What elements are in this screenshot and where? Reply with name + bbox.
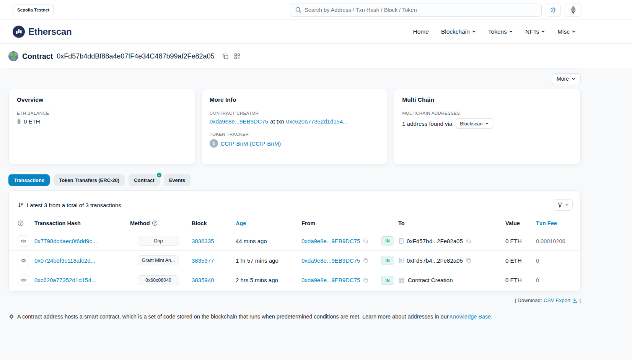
txn-hash-link[interactable]: 0x0724bdf9c118afc2d... [34, 257, 95, 264]
question-circle-icon[interactable] [18, 220, 24, 226]
age-text: 1 hr 57 mins ago [236, 257, 279, 264]
network-badge-button[interactable]: Sepolia Testnet [13, 5, 54, 15]
preview-txn-button[interactable] [18, 235, 29, 247]
footer-note: A contract address hosts a smart contrac… [8, 314, 581, 320]
creation-txn-link[interactable]: 0xc620a77352d1d154... [286, 118, 348, 125]
copy-icon [363, 258, 368, 263]
copy-from-button[interactable] [362, 237, 369, 244]
token-tracker-link[interactable]: CCIP-BnM (CCIP-BnM) [221, 140, 281, 147]
filter-button[interactable] [553, 199, 573, 211]
copy-icon [466, 238, 471, 244]
chevron-down-icon [485, 122, 489, 125]
value-text: 0 ETH [505, 277, 522, 283]
transactions-panel: Latest 3 from a total of 3 transactions … [8, 190, 581, 292]
nav-item-home[interactable]: Home [413, 28, 429, 35]
table-row: 0xc620a77352d1d154... 0x60c06040 3835940… [9, 270, 580, 290]
creator-connector-text: at txn [270, 118, 284, 125]
column-header-to: To [398, 220, 505, 226]
tab-bar: Transactions Token Transfers (ERC-20) Co… [8, 174, 581, 186]
txn-hash-link[interactable]: 0x7798dcdaec0f6dd9c... [34, 238, 97, 244]
method-badge: 0x60c06040 [138, 275, 179, 285]
block-link[interactable]: 3836335 [192, 238, 214, 244]
main-navbar: Etherscan Home Blockchain Tokens NFTs Mi… [0, 20, 632, 44]
preview-txn-button[interactable] [18, 275, 29, 286]
copy-to-button[interactable] [465, 237, 472, 244]
chevron-down-icon [541, 29, 545, 34]
value-text: 0 ETH [505, 238, 522, 244]
tab-token-transfers[interactable]: Token Transfers (ERC-20) [54, 174, 125, 186]
chevron-down-icon [472, 29, 476, 34]
chevron-down-icon [572, 29, 576, 34]
sort-descending-icon [18, 202, 24, 208]
to-address-text: Contract Creation [408, 277, 453, 283]
more-dropdown-button[interactable]: More [552, 73, 581, 84]
txn-fee-text: 0 [536, 277, 539, 283]
nav-label: Tokens [488, 28, 507, 35]
download-suffix-text: ] [579, 297, 581, 303]
block-link[interactable]: 3835977 [192, 257, 214, 264]
creator-address-link[interactable]: 0xda9e8e...9EB9DC75 [210, 118, 268, 125]
nav-label: Home [413, 28, 429, 35]
from-address-link[interactable]: 0xda9e8e...9EB9DC75 [301, 277, 360, 283]
tab-label: Transactions [14, 177, 44, 183]
from-address-link[interactable]: 0xda9e8e...9EB9DC75 [301, 257, 360, 264]
tab-transactions[interactable]: Transactions [8, 174, 50, 186]
nav-item-misc[interactable]: Misc [557, 28, 576, 35]
contract-creator-label: CONTRACT CREATOR [210, 111, 380, 115]
to-address-text: 0xFd57b4...2Fe82a05 [407, 257, 463, 264]
column-header-fee[interactable]: Txn Fee [536, 220, 572, 226]
copy-icon [363, 278, 368, 283]
chevron-down-icon [565, 203, 569, 207]
copy-address-button[interactable] [222, 52, 230, 60]
etherscan-logo-icon [13, 26, 25, 38]
eye-icon [21, 258, 26, 263]
tab-events[interactable]: Events [164, 174, 191, 186]
chevron-down-icon [572, 77, 576, 81]
value-text: 0 ETH [505, 257, 522, 264]
table-row: 0x7798dcdaec0f6dd9c... Drip 3836335 44 m… [9, 231, 580, 251]
tab-label: Contract [134, 177, 154, 183]
copy-from-button[interactable] [362, 257, 369, 264]
preview-txn-button[interactable] [18, 255, 29, 266]
eye-icon [21, 238, 26, 244]
more-label: More [557, 76, 569, 82]
brand-name: Etherscan [28, 26, 72, 37]
multichain-card: Multi Chain MULTICHAIN ADDRESSES 1 addre… [394, 89, 581, 164]
block-link[interactable]: 3835940 [192, 277, 214, 283]
nav-item-tokens[interactable]: Tokens [488, 28, 513, 35]
topbar: Sepolia Testnet [0, 0, 632, 20]
copy-from-button[interactable] [362, 277, 369, 284]
nav-item-nfts[interactable]: NFTs [525, 28, 545, 35]
blockscan-dropdown-button[interactable]: Blockscan [456, 118, 493, 129]
page-title: Contract [22, 52, 53, 61]
search-box[interactable] [290, 3, 542, 17]
contract-header: Contract 0xFd57b4ddBf88a4e07fF4e34C487b9… [8, 44, 581, 68]
document-icon [398, 257, 404, 263]
download-icon [572, 297, 578, 303]
card-title: More Info [210, 96, 380, 103]
question-circle-icon[interactable] [152, 220, 158, 226]
network-selector-button[interactable] [565, 3, 582, 17]
to-address-text: 0xFd57b4...2Fe82a05 [407, 238, 463, 244]
nav-item-blockchain[interactable]: Blockchain [441, 28, 476, 35]
etherscan-logo[interactable]: Etherscan [13, 26, 72, 38]
direction-in-badge: IN [381, 276, 394, 285]
table-row: 0x0724bdf9c118afc2d... Grant Mint An... … [9, 251, 580, 270]
knowledge-base-link[interactable]: Knowledge Base [450, 314, 491, 320]
search-icon [295, 6, 301, 13]
theme-toggle-button[interactable] [546, 3, 561, 17]
contract-creation-icon [398, 277, 404, 283]
txn-hash-link[interactable]: 0xc620a77352d1d154... [34, 277, 96, 283]
eth-balance-label: ETH BALANCE [17, 111, 187, 115]
from-address-link[interactable]: 0xda9e8e...9EB9DC75 [301, 238, 360, 244]
age-text: 2 hrs 5 mins ago [236, 277, 278, 283]
column-header-block: Block [192, 220, 236, 226]
copy-to-button[interactable] [465, 257, 472, 264]
tab-contract[interactable]: Contract [129, 174, 160, 186]
csv-export-link[interactable]: CSV Export [544, 297, 571, 303]
column-header-age[interactable]: Age [236, 220, 301, 226]
nav-label: Blockchain [441, 28, 470, 35]
qr-code-button[interactable] [233, 52, 241, 60]
token-tracker-label: TOKEN TRACKER [210, 132, 380, 136]
search-input[interactable] [305, 7, 537, 13]
